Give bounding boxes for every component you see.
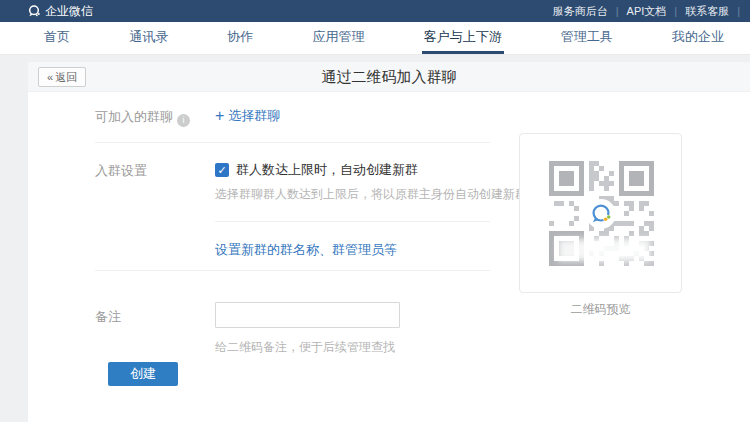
qr-preview-caption: 二维码预览 (519, 301, 682, 318)
page-title: 通过二维码加入群聊 (28, 62, 750, 92)
link-contact-support[interactable]: 联系客服 (677, 4, 737, 19)
topbar: 企业微信 服务商后台 | API文档 | 联系客服 | (0, 0, 750, 22)
brand-name: 企业微信 (45, 3, 93, 20)
nav-item-admin-tools[interactable]: 管理工具 (559, 22, 615, 54)
link-service-provider[interactable]: 服务商后台 (545, 4, 616, 19)
joinable-group-label-text: 可加入的群聊 (95, 109, 173, 124)
wecom-logo-icon (586, 199, 616, 229)
wecom-bubble-icon (27, 4, 41, 18)
screen: 企业微信 服务商后台 | API文档 | 联系客服 | 首页 通讯录 协作 应用… (0, 0, 750, 422)
brand[interactable]: 企业微信 (27, 3, 93, 20)
topbar-links: 服务商后台 | API文档 | 联系客服 | (545, 4, 740, 19)
link-api-docs[interactable]: API文档 (619, 4, 675, 19)
nav-item-home[interactable]: 首页 (42, 22, 72, 54)
create-button[interactable]: 创建 (108, 362, 178, 386)
separator: | (737, 5, 740, 17)
nav-item-contacts[interactable]: 通讯录 (127, 22, 170, 54)
divider (95, 270, 490, 271)
nav-item-my-company[interactable]: 我的企业 (670, 22, 726, 54)
content-card: « 返回 通过二维码加入群聊 可加入的群聊i +选择群聊 入群设置 ✓ 群人数达… (28, 62, 750, 422)
qr-blur-overlay (558, 239, 650, 261)
auto-create-group-option: ✓ 群人数达上限时，自动创建新群 (215, 161, 418, 179)
divider (95, 142, 490, 143)
select-group-link-label: 选择群聊 (228, 108, 280, 123)
page-header: « 返回 通过二维码加入群聊 (28, 62, 750, 92)
qr-preview-panel (519, 133, 682, 293)
joinable-group-label: 可加入的群聊i (95, 108, 190, 127)
nav-item-customers-upstream-downstream[interactable]: 客户与上下游 (422, 22, 504, 54)
plus-icon: + (215, 107, 224, 124)
remark-helper-text: 给二维码备注，便于后续管理查找 (215, 339, 395, 356)
auto-create-group-checkbox[interactable]: ✓ (215, 163, 229, 177)
new-group-settings-link[interactable]: 设置新群的群名称、群管理员等 (215, 241, 397, 259)
select-group-link[interactable]: +选择群聊 (215, 107, 280, 125)
nav-item-app-management[interactable]: 应用管理 (310, 22, 366, 54)
main-nav: 首页 通讯录 协作 应用管理 客户与上下游 管理工具 我的企业 (0, 22, 750, 55)
nav-item-collaboration[interactable]: 协作 (225, 22, 255, 54)
info-icon[interactable]: i (177, 114, 190, 127)
remark-label: 备注 (95, 308, 121, 326)
auto-create-group-checkbox-label: 群人数达上限时，自动创建新群 (236, 161, 418, 179)
remark-input[interactable] (215, 302, 400, 328)
join-settings-helper-text: 选择群聊群人数达到上限后，将以原群主身份自动创建新群 (215, 186, 527, 203)
join-settings-label: 入群设置 (95, 162, 147, 180)
divider (215, 221, 490, 222)
